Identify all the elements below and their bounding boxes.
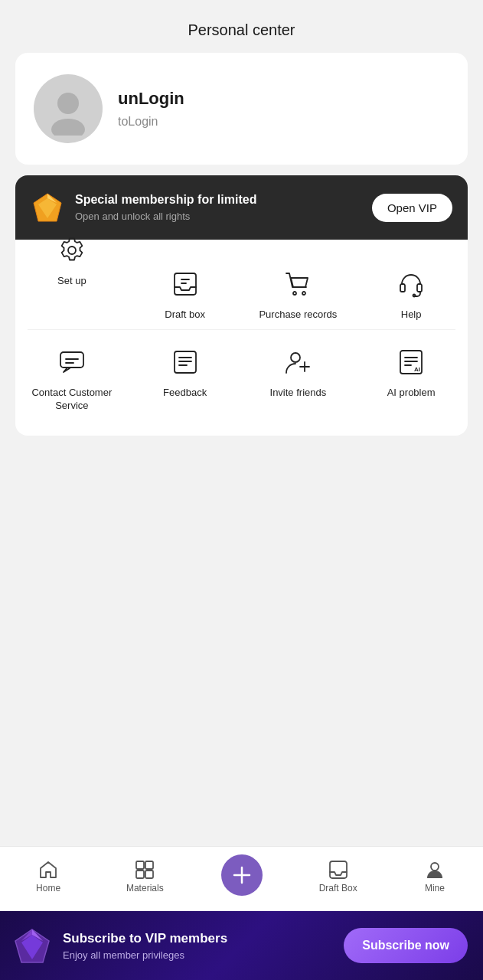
menu-item-setup[interactable]: Set up xyxy=(15,252,129,329)
bottom-nav: Home Materials Draft Box xyxy=(0,846,483,911)
username: unLogin xyxy=(118,89,184,109)
menu-label-ai-problem: AI problem xyxy=(387,387,436,400)
nav-label-home: Home xyxy=(36,883,60,893)
plus-icon xyxy=(231,864,253,886)
nav-item-home[interactable]: Home xyxy=(0,860,96,893)
home-icon xyxy=(38,860,58,880)
person-icon xyxy=(425,860,445,880)
profile-info: unLogin toLogin xyxy=(118,89,184,129)
menu-label-contact-customer-service: Contact Customer Service xyxy=(21,387,122,413)
svg-point-0 xyxy=(57,93,79,114)
menu-item-purchase-records[interactable]: Purchase records xyxy=(242,252,355,329)
menu-label-setup: Set up xyxy=(57,275,86,288)
subscribe-banner: Subscribe to VIP members Enjoy all membe… xyxy=(0,911,483,980)
menu-item-invite-friends[interactable]: Invite friends xyxy=(242,330,355,420)
menu-grid-row1: Set up Draft box xyxy=(15,252,468,329)
menu-item-feedback[interactable]: Feedback xyxy=(129,330,242,420)
grid-icon xyxy=(135,860,155,880)
menu-item-ai-problem[interactable]: AI AI problem xyxy=(354,330,468,420)
vip-text: Special membership for limited Open and … xyxy=(75,193,256,222)
subscribe-title: Subscribe to VIP members xyxy=(63,931,227,946)
menu-card: Set up Draft box xyxy=(15,240,468,436)
chat-icon xyxy=(55,345,89,379)
login-text[interactable]: toLogin xyxy=(118,115,184,129)
subscribe-diamond-icon xyxy=(12,926,52,965)
svg-rect-21 xyxy=(136,861,144,869)
profile-card[interactable]: unLogin toLogin xyxy=(15,53,468,165)
nav-label-materials: Materials xyxy=(126,883,164,893)
svg-point-13 xyxy=(413,295,416,297)
vip-subtitle: Open and unlock all rights xyxy=(75,211,256,222)
menu-item-draft-box[interactable]: Draft box xyxy=(129,252,242,329)
open-vip-button[interactable]: Open VIP xyxy=(372,194,452,222)
svg-point-28 xyxy=(431,863,439,871)
subscribe-text: Subscribe to VIP members Enjoy all membe… xyxy=(63,931,227,961)
nav-item-materials[interactable]: Materials xyxy=(96,860,193,893)
tray-icon xyxy=(328,860,348,880)
headphone-icon xyxy=(394,267,428,301)
svg-rect-14 xyxy=(60,352,83,368)
vip-diamond-icon xyxy=(31,191,64,224)
plus-button[interactable] xyxy=(221,854,263,896)
svg-point-16 xyxy=(291,353,300,362)
svg-point-7 xyxy=(68,247,76,254)
svg-rect-24 xyxy=(145,871,153,878)
vip-banner: Special membership for limited Open and … xyxy=(15,175,468,240)
avatar xyxy=(34,74,103,143)
svg-point-10 xyxy=(302,292,305,295)
vip-title: Special membership for limited xyxy=(75,193,256,207)
nav-item-draft-box[interactable]: Draft Box xyxy=(290,860,387,893)
menu-label-draft-box: Draft box xyxy=(165,309,205,322)
menu-label-help: Help xyxy=(401,309,422,322)
menu-item-contact-customer-service[interactable]: Contact Customer Service xyxy=(15,330,129,420)
menu-label-purchase-records: Purchase records xyxy=(259,309,337,322)
menu-label-feedback: Feedback xyxy=(163,387,207,400)
svg-rect-22 xyxy=(145,861,153,869)
page-title: Personal center xyxy=(0,0,483,53)
nav-label-draft-box: Draft Box xyxy=(319,883,357,893)
subscribe-subtitle: Enjoy all member privileges xyxy=(63,949,227,961)
svg-rect-23 xyxy=(136,871,144,878)
vip-banner-left: Special membership for limited Open and … xyxy=(31,191,256,224)
svg-rect-8 xyxy=(175,273,196,295)
svg-point-1 xyxy=(51,119,85,136)
subscribe-now-button[interactable]: Subscribe now xyxy=(344,928,468,963)
menu-grid-row2: Contact Customer Service Feedback xyxy=(15,330,468,420)
user-add-icon xyxy=(281,345,315,379)
subscribe-banner-left: Subscribe to VIP members Enjoy all membe… xyxy=(12,926,227,965)
svg-text:AI: AI xyxy=(414,366,420,373)
gear-icon-visual xyxy=(55,234,89,267)
cart-icon xyxy=(281,267,315,301)
svg-rect-12 xyxy=(417,284,422,292)
ai-doc-icon: AI xyxy=(394,345,428,379)
feedback-icon xyxy=(168,345,202,379)
menu-label-invite-friends: Invite friends xyxy=(270,387,327,400)
menu-item-help[interactable]: Help xyxy=(354,252,468,329)
svg-point-9 xyxy=(293,292,296,295)
nav-label-mine: Mine xyxy=(425,883,445,893)
nav-item-mine[interactable]: Mine xyxy=(387,860,483,893)
nav-item-plus[interactable] xyxy=(193,854,289,899)
svg-rect-11 xyxy=(400,284,405,292)
inbox-icon xyxy=(168,267,202,301)
svg-rect-15 xyxy=(175,351,196,373)
